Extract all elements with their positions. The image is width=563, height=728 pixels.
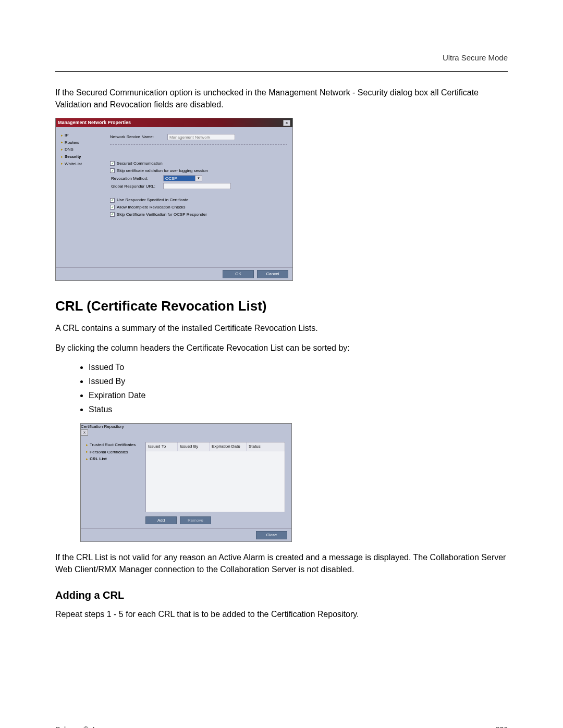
checkbox-secured[interactable]: ✓ [110,161,115,166]
adding-crl-heading: Adding a CRL [55,588,508,603]
dialog-titlebar: Certification Repository x [81,424,291,436]
add-button[interactable]: Add [145,516,177,525]
intro-paragraph: If the Secured Communication option is u… [55,87,508,110]
dialog-title: Management Network Properties [58,119,131,126]
dialog-nav: ▸Trusted Root Certificates ▸Personal Cer… [81,436,145,528]
global-responder-input[interactable] [163,183,231,189]
close-icon[interactable]: x [283,120,290,126]
service-name-label: Network Service Name: [110,134,167,140]
list-item: Status [89,403,508,415]
close-icon[interactable]: x [81,429,88,436]
nav-item-dns[interactable]: ▸DNS [61,146,108,153]
chevron-right-icon: ▸ [61,147,63,152]
checkbox-use-responder[interactable]: ✓ [110,198,115,203]
nav-label: IP [65,132,69,139]
adding-crl-p1: Repeat steps 1 - 5 for each CRL that is … [55,608,508,620]
close-button[interactable]: Close [256,531,287,539]
checkbox-allow-incomplete[interactable]: ✓ [110,205,115,209]
checkbox-label: Secured Communication [117,161,163,167]
dialog-nav: ▸IP ▸Routers ▸DNS ▸Security ▸WhiteList [56,127,110,267]
page-section-label: Ultra Secure Mode [443,52,508,64]
global-responder-label: Global Responder URL: [110,183,163,190]
list-item: Issued By [89,375,508,387]
chevron-right-icon: ▸ [86,456,88,462]
management-network-dialog: Management Network Properties x ▸IP ▸Rou… [55,118,293,281]
nav-label: DNS [65,146,74,153]
checkbox-label: Skip certificate validation for user log… [117,168,208,174]
dialog-titlebar: Management Network Properties x [56,118,292,127]
checkbox-skip-verification[interactable]: ✓ [110,212,115,217]
select-value: OCSP [164,176,195,181]
cancel-button[interactable]: Cancel [257,270,288,278]
footer-right: 826 [496,724,508,728]
col-expiration[interactable]: Expiration Date [210,442,247,451]
chevron-right-icon: ▸ [61,133,63,138]
checkbox-label: Use Responder Specified in Certificate [117,197,188,203]
dialog-footer: OK Cancel [56,267,292,280]
table-header: Issued To Issued By Expiration Date Stat… [146,442,285,451]
nav-item-routers[interactable]: ▸Routers [61,140,108,146]
chevron-right-icon: ▸ [61,154,63,159]
nav-item-ip[interactable]: ▸IP [61,132,108,139]
table-body [146,451,285,512]
footer-left: Polycom®, Inc. [55,724,104,728]
list-item: Expiration Date [89,389,508,401]
nav-label: Personal Certificates [90,449,128,455]
checkbox-label: Skip Certificate Verification for OCSP R… [117,212,207,218]
crl-bullets: Issued To Issued By Expiration Date Stat… [55,361,508,416]
cert-repository-dialog: Certification Repository x ▸Trusted Root… [80,423,292,542]
remove-button[interactable]: Remove [180,516,211,525]
revocation-method-select[interactable]: OCSP ▼ [163,175,202,181]
nav-item-security[interactable]: ▸Security [61,154,108,160]
crl-panel: Issued To Issued By Expiration Date Stat… [145,436,291,528]
nav-label: Trusted Root Certificates [90,442,136,448]
nav-label: Security [65,154,81,160]
nav-item-trusted-root[interactable]: ▸Trusted Root Certificates [86,442,143,448]
col-issued-to[interactable]: Issued To [146,442,178,451]
chevron-right-icon: ▸ [86,449,88,454]
page-footer: Polycom®, Inc. 826 [55,724,508,728]
header-rule [55,71,508,72]
service-name-input[interactable]: Management Network [167,134,235,140]
nav-item-whitelist[interactable]: ▸WhiteList [61,161,108,167]
col-issued-by[interactable]: Issued By [178,442,210,451]
col-status[interactable]: Status [247,442,285,451]
dialog-title: Certification Repository [81,424,124,429]
dialog-panel: Network Service Name: Management Network… [110,127,292,267]
chevron-right-icon: ▸ [61,140,63,145]
chevron-right-icon: ▸ [86,442,88,448]
crl-p1: A CRL contains a summary of the installe… [55,322,508,334]
nav-item-crl-list[interactable]: ▸CRL List [86,456,143,462]
chevron-right-icon: ▸ [61,161,63,166]
after-dialog2-p: If the CRL List is not valid for any rea… [55,551,508,575]
divider [110,144,287,145]
crl-p2: By clicking the column headers the Certi… [55,342,508,354]
list-item: Issued To [89,361,508,373]
nav-item-personal[interactable]: ▸Personal Certificates [86,449,143,455]
chevron-down-icon: ▼ [195,176,202,181]
nav-label: WhiteList [65,161,82,167]
nav-label: CRL List [90,456,107,462]
checkbox-label: Allow Incomplete Revocation Checks [117,204,186,211]
crl-heading: CRL (Certificate Revocation List) [55,297,508,316]
dialog-footer: Close [81,528,291,541]
crl-table: Issued To Issued By Expiration Date Stat… [145,442,285,512]
checkbox-skip-validation[interactable]: ✓ [110,168,115,173]
nav-label: Routers [65,140,79,146]
ok-button[interactable]: OK [223,270,254,278]
revocation-method-label: Revocation Method: [110,176,163,182]
